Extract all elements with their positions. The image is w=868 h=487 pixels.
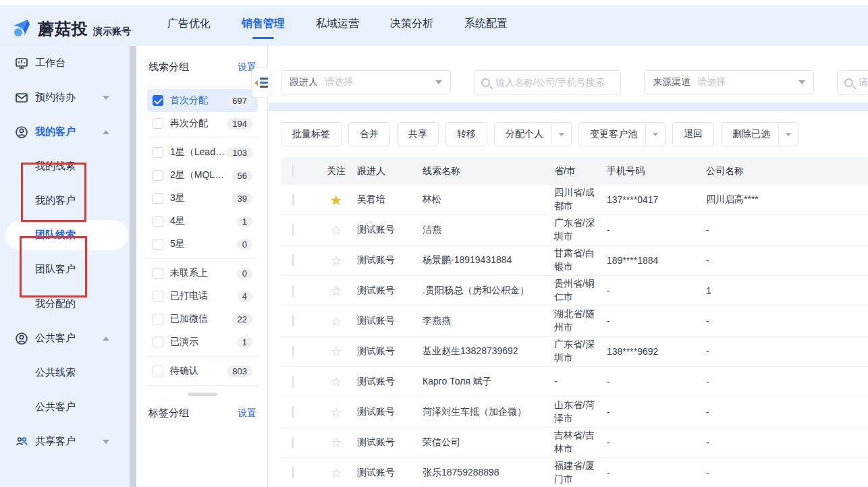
star-outline-icon[interactable]: ☆ <box>330 314 342 328</box>
star-outline-icon[interactable]: ☆ <box>330 223 342 237</box>
checkbox[interactable] <box>153 366 163 376</box>
sidebar-item-shared-customers[interactable]: 共享客户 <box>0 424 130 459</box>
sidebar-item-my-leads[interactable]: 我的线索 <box>0 149 130 183</box>
row-checkbox[interactable] <box>292 194 294 206</box>
row-checkbox[interactable] <box>292 254 294 266</box>
nav-system-config[interactable]: 系统配置 <box>464 11 508 40</box>
name-search-input[interactable] <box>495 77 614 88</box>
star-outline-icon[interactable]: ☆ <box>330 254 342 268</box>
checkbox[interactable] <box>153 193 163 204</box>
user-circle-icon <box>15 125 28 139</box>
collapse-panel-button[interactable] <box>251 67 271 98</box>
nav-decision-analysis[interactable]: 决策分析 <box>390 11 433 40</box>
checkbox[interactable] <box>153 216 163 227</box>
sidebar-scrollbar[interactable] <box>130 46 136 487</box>
sidebar-item-my-customers-sub[interactable]: 我的客户 <box>0 183 130 218</box>
checkbox[interactable] <box>153 291 163 302</box>
chevron-up-icon <box>103 337 109 341</box>
source-channel-select[interactable]: 来源渠道 请选择 <box>644 70 814 94</box>
row-checkbox[interactable] <box>292 376 294 388</box>
row-checkbox[interactable] <box>292 436 294 449</box>
table-row[interactable]: ☆ 测试账号 杨景鹏-18919431884 甘肃省/白银市 189****18… <box>281 246 868 276</box>
search-icon <box>844 78 853 87</box>
row-checkbox[interactable] <box>292 224 294 236</box>
panel-resize-handle[interactable] <box>188 393 217 396</box>
group-5-star[interactable]: 5星 0 <box>147 233 258 256</box>
assign-person-button[interactable]: 分配个人 <box>494 122 572 146</box>
table-row[interactable]: ☆ 测试账号 Карго Толя 斌子 - - - <box>281 367 868 397</box>
checkbox[interactable] <box>153 268 163 279</box>
star-outline-icon[interactable]: ☆ <box>330 375 342 389</box>
select-all-checkbox[interactable] <box>292 165 294 177</box>
brand[interactable]: 蘑菇投 演示账号 <box>9 11 131 40</box>
star-outline-icon[interactable]: ☆ <box>330 466 342 480</box>
divider <box>147 385 258 386</box>
sidebar-item-workbench[interactable]: 工作台 <box>0 46 130 80</box>
company-search-input[interactable] <box>859 77 868 88</box>
sidebar-item-my-customers[interactable]: 我的客户 <box>0 115 130 149</box>
mail-icon <box>15 91 28 105</box>
group-3-star[interactable]: 3星 39 <box>147 187 258 210</box>
checkbox[interactable] <box>153 170 163 181</box>
star-outline-icon[interactable]: ☆ <box>330 436 342 450</box>
group-wechat-added[interactable]: 已加微信 22 <box>147 308 258 331</box>
table-row[interactable]: ☆ 测试账号 .贵阳杨总（房和公积金） 贵州省/铜仁市 - 1 <box>281 276 868 306</box>
table-row[interactable]: ☆ 测试账号 基业赵生13828739692 广东省/深圳市 138****96… <box>281 337 868 367</box>
group-reassignment[interactable]: 再次分配 194 <box>147 112 258 135</box>
row-checkbox[interactable] <box>292 345 294 357</box>
group-1-star[interactable]: 1星（Leads未经... 103 <box>147 141 258 164</box>
star-outline-icon[interactable]: ☆ <box>330 284 342 298</box>
transfer-button[interactable]: 转移 <box>445 122 487 146</box>
checkbox[interactable] <box>153 239 163 250</box>
tags-settings-link[interactable]: 设置 <box>238 407 256 420</box>
checkbox[interactable] <box>153 314 163 324</box>
group-called[interactable]: 已打电话 4 <box>147 285 258 308</box>
nav-private-domain[interactable]: 私域运营 <box>316 11 359 40</box>
name-search-box[interactable] <box>474 70 621 94</box>
sidebar-item-public-leads[interactable]: 公共线索 <box>0 355 130 390</box>
group-pending-confirmation[interactable]: 待确认 803 <box>147 360 258 382</box>
change-pool-button[interactable]: 变更客户池 <box>578 122 666 146</box>
row-checkbox[interactable] <box>292 285 294 297</box>
search-icon <box>481 78 490 87</box>
row-checkbox[interactable] <box>292 315 294 327</box>
checkbox[interactable] <box>153 147 163 158</box>
followup-person-select[interactable]: 跟进人 请选择 <box>281 70 451 94</box>
star-filled-icon[interactable]: ★ <box>330 192 343 208</box>
return-button[interactable]: 退回 <box>672 122 714 146</box>
company-search-box[interactable] <box>837 70 868 94</box>
star-outline-icon[interactable]: ☆ <box>330 405 342 420</box>
col-region: 省/市 <box>554 165 607 178</box>
bulk-tag-button[interactable]: 批量标签 <box>281 122 342 146</box>
table-row[interactable]: ☆ 测试账号 李燕燕 湖北省/随州市 - - <box>281 306 868 337</box>
table-row[interactable]: ★ 吴君培 林松 四川省/成都市 137****0417 四川启高**** <box>281 185 868 215</box>
checkbox-checked[interactable] <box>153 95 163 106</box>
table-row[interactable]: ☆ 测试账号 菏泽刘生车抵（加企微） 山东省/菏泽市 - - <box>281 397 868 428</box>
sidebar-item-appointments[interactable]: 预约待办 <box>0 80 130 115</box>
checkbox[interactable] <box>153 118 163 129</box>
group-2-star[interactable]: 2星（MQL经过确... 56 <box>147 164 258 187</box>
table-row[interactable]: ☆ 测试账号 张乐18759288898 福建省/厦门市 - - <box>281 458 868 487</box>
table-row[interactable]: ☆ 测试账号 洁燕 广东省/深圳市 - - <box>281 215 868 246</box>
delete-selected-button[interactable]: 删除已选 <box>721 122 798 146</box>
star-outline-icon[interactable]: ☆ <box>330 345 342 359</box>
sidebar-item-my-assigned[interactable]: 我分配的 <box>0 287 130 321</box>
sidebar-item-team-leads[interactable]: 团队线索 <box>0 218 130 252</box>
row-checkbox[interactable] <box>292 406 294 418</box>
nav-sales-management[interactable]: 销售管理 <box>242 11 285 40</box>
sidebar-item-team-customers[interactable]: 团队客户 <box>0 252 130 287</box>
group-not-contacted[interactable]: 未联系上 0 <box>147 262 258 285</box>
table-row[interactable]: ☆ 测试账号 荣信公司 吉林省/吉林市 - - <box>281 428 868 458</box>
group-demoed[interactable]: 已演示 1 <box>147 331 258 353</box>
checkbox[interactable] <box>153 337 163 347</box>
count-badge: 1 <box>237 337 252 348</box>
share-button[interactable]: 共享 <box>397 122 439 146</box>
sidebar-item-public-customers[interactable]: 公共客户 <box>0 321 130 355</box>
merge-button[interactable]: 合并 <box>348 122 390 146</box>
users-icon <box>15 435 28 449</box>
sidebar-item-public-customers-sub[interactable]: 公共客户 <box>0 390 130 424</box>
group-first-assignment[interactable]: 首次分配 697 <box>147 89 258 112</box>
nav-ad-optimization[interactable]: 广告优化 <box>167 11 211 40</box>
group-4-star[interactable]: 4星 1 <box>147 210 258 233</box>
row-checkbox[interactable] <box>292 467 294 479</box>
